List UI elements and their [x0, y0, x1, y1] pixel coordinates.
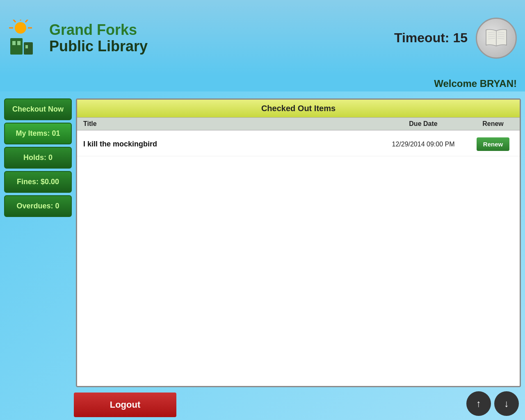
scroll-buttons: ↑ ↓ [466, 391, 519, 416]
header: Grand Forks Public Library Timeout: 15 [0, 0, 525, 76]
logo-line2: Public Library [49, 38, 148, 55]
library-logo-icon [8, 20, 45, 57]
sidebar: Checkout Now My Items: 01 Holds: 0 Fines… [4, 98, 72, 387]
timeout-display: Timeout: 15 [394, 30, 468, 46]
logout-button[interactable]: Logout [74, 393, 176, 417]
logo-area: Grand Forks Public Library [8, 20, 148, 57]
welcome-bar: Welcome BRYAN! [0, 76, 525, 91]
fines-button[interactable]: Fines: $0.00 [4, 171, 72, 193]
welcome-text: Welcome BRYAN! [434, 78, 517, 89]
svg-rect-8 [12, 41, 16, 45]
col-header-due-date: Due Date [374, 120, 472, 128]
scroll-up-button[interactable]: ↑ [466, 391, 491, 416]
row-title-0: I kill the mockingbird [83, 140, 374, 148]
col-header-renew: Renew [472, 120, 514, 128]
checked-out-items-panel: Checked Out Items Title Due Date Renew I… [76, 98, 521, 387]
renew-button-0[interactable]: Renew [477, 137, 509, 151]
scroll-down-button[interactable]: ↓ [494, 391, 519, 416]
checkout-now-button[interactable]: Checkout Now [4, 98, 72, 120]
table-row: I kill the mockingbird 12/29/2014 09:00 … [77, 132, 520, 156]
panel-title: Checked Out Items [77, 100, 520, 117]
svg-rect-6 [10, 38, 23, 55]
logo-text: Grand Forks Public Library [49, 22, 148, 54]
row-renew-0: Renew [472, 137, 514, 151]
svg-line-2 [13, 20, 16, 22]
svg-rect-7 [24, 42, 33, 55]
row-due-date-0: 12/29/2014 09:00 PM [374, 141, 472, 148]
svg-rect-9 [17, 41, 21, 45]
header-right: Timeout: 15 [394, 18, 517, 59]
svg-point-5 [15, 22, 26, 34]
overdues-button[interactable]: Overdues: 0 [4, 195, 72, 217]
table-body: I kill the mockingbird 12/29/2014 09:00 … [77, 130, 520, 386]
holds-button[interactable]: Holds: 0 [4, 147, 72, 169]
svg-line-1 [25, 20, 28, 22]
table-column-headers: Title Due Date Renew [77, 117, 520, 130]
book-icon [476, 18, 517, 59]
logo-line1: Grand Forks [49, 22, 148, 38]
svg-rect-10 [25, 45, 28, 48]
main-layout: Checkout Now My Items: 01 Holds: 0 Fines… [0, 98, 525, 387]
footer: Logout ↑ ↓ [0, 389, 525, 420]
my-items-button[interactable]: My Items: 01 [4, 123, 72, 144]
col-header-title: Title [83, 120, 374, 128]
